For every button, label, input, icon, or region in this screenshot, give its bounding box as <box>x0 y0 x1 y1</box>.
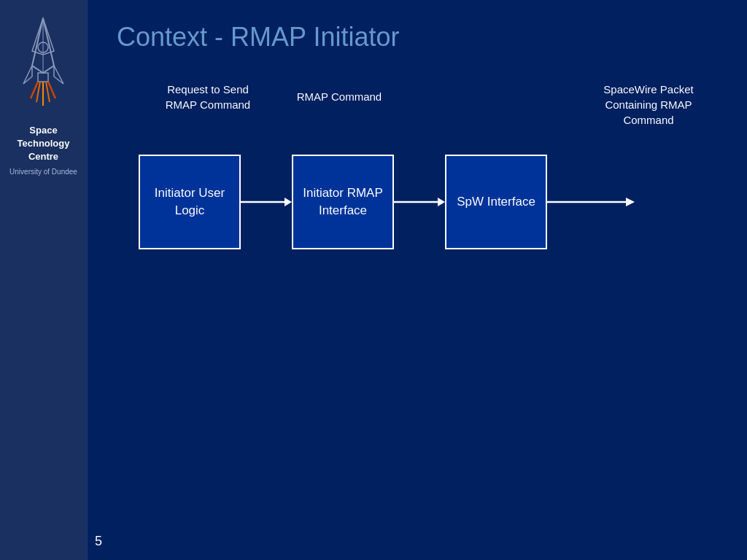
arrow-1 <box>241 193 292 211</box>
rocket-logo <box>16 15 71 124</box>
sidebar-org-text: Space Technology Centre University of Du… <box>9 124 77 177</box>
diagram-area: Request to Send RMAP Command RMAP Comman… <box>117 82 718 446</box>
svg-marker-15 <box>438 198 445 206</box>
label-spacewire: SpaceWire Packet Containing RMAP Command <box>601 82 696 128</box>
boxes-row: Initiator User Logic Initiator RMAP Inte… <box>139 155 635 249</box>
box-spw-interface: SpW Interface <box>445 155 547 249</box>
svg-marker-17 <box>626 198 635 206</box>
arrow-3 <box>547 193 635 211</box>
label-request: Request to Send RMAP Command <box>160 82 255 112</box>
svg-rect-4 <box>38 73 48 82</box>
label-rmap-command: RMAP Command <box>295 89 383 104</box>
page-title: Context - RMAP Initiator <box>117 22 718 52</box>
box-initiator-user-logic: Initiator User Logic <box>139 155 241 249</box>
svg-marker-3 <box>54 66 63 84</box>
arrow-2 <box>394 193 445 211</box>
svg-marker-13 <box>285 198 292 206</box>
box-initiator-rmap-interface: Initiator RMAP Interface <box>292 155 394 249</box>
sidebar: Space Technology Centre University of Du… <box>0 0 88 560</box>
org-name: Space Technology Centre <box>9 124 77 164</box>
university-name: University of Dundee <box>9 167 77 177</box>
main-content: Context - RMAP Initiator Request to Send… <box>88 0 747 560</box>
page-number: 5 <box>95 534 102 549</box>
svg-marker-2 <box>23 66 32 84</box>
